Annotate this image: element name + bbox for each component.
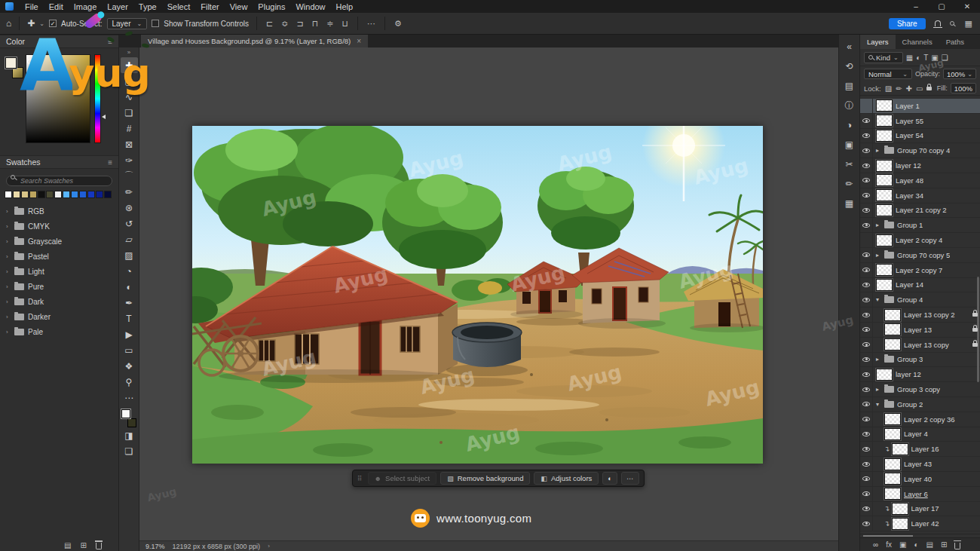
layer-row[interactable]: Layer 6 [860, 487, 980, 502]
healing-brush-tool[interactable]: ⌒ [121, 168, 138, 184]
swatches-panel-header[interactable]: Swatches ≡ [0, 155, 118, 169]
swatch-group-grayscale[interactable]: ›Grayscale [0, 234, 118, 249]
filter-smart-objects-icon[interactable]: ❏ [941, 54, 949, 62]
visibility-toggle[interactable] [860, 248, 873, 262]
auto-select-dropdown[interactable]: Layer ⌄ [107, 18, 148, 29]
color-swatch-12[interactable] [104, 191, 112, 198]
canvas[interactable]: AyugAyugAyugAyugAyugAyugAyugAyugAyugAyug… [192, 126, 763, 464]
menu-image[interactable]: Image [69, 2, 103, 11]
layer-thumbnail[interactable] [876, 174, 893, 186]
filter-adjustment-layers-icon[interactable]: ◐ [915, 54, 921, 62]
panel-menu-icon[interactable]: ≡ [108, 158, 112, 167]
visibility-toggle[interactable] [860, 143, 873, 158]
swatch-group-dark[interactable]: ›Dark [0, 294, 118, 309]
layer-row[interactable]: Layer 14 [860, 278, 980, 293]
layer-row[interactable]: Layer 2 copy 4 [860, 233, 980, 248]
tab-layers[interactable]: Layers [860, 35, 896, 49]
layer-row[interactable]: Layer 2 copy 7 [860, 263, 980, 278]
taskbar-grip-icon[interactable]: ⠿ [357, 475, 363, 482]
clone-stamp-tool[interactable]: ⊛ [121, 200, 138, 216]
lock-transparent-pixels-icon[interactable]: ▨ [884, 84, 893, 93]
taskbar-ellipsis-icon[interactable]: ⋯ [621, 472, 639, 485]
zoom-tool[interactable]: ⚲ [121, 374, 138, 390]
type-tool[interactable]: T [121, 311, 138, 326]
foreground-background-widget[interactable] [121, 409, 136, 427]
home-icon[interactable]: ⌂ [6, 18, 11, 29]
visibility-toggle[interactable] [860, 292, 873, 307]
layer-group-row[interactable]: ▸Group 1 [860, 218, 980, 233]
visibility-toggle[interactable] [860, 278, 873, 292]
object-selection-tool[interactable]: ❏ [121, 105, 138, 121]
select-subject-button[interactable]: ☻Select subject [368, 472, 437, 485]
new-layer-icon[interactable]: ⊞ [940, 540, 948, 549]
kind-filter-dropdown[interactable]: Kind ⌄ [864, 52, 903, 63]
swatch-folder-icon[interactable]: ▤ [63, 541, 72, 549]
brushes-panel-icon[interactable]: ✏ [839, 174, 859, 194]
color-swatch-0[interactable] [5, 191, 12, 198]
lasso-tool[interactable]: ∿ [121, 89, 138, 105]
chevron-icon[interactable]: ▸ [876, 252, 881, 259]
color-swatch-8[interactable] [71, 191, 78, 198]
document-tab[interactable]: Village and Houses Background.psd @ 9.17… [141, 35, 368, 47]
visibility-toggle[interactable] [860, 353, 873, 367]
path-selection-tool[interactable]: ▶ [121, 326, 138, 342]
hand-tool[interactable]: ❖ [121, 358, 138, 374]
opacity-field[interactable]: 100% ⌄ [943, 69, 976, 79]
align-left-icon[interactable]: ⊏ [265, 19, 274, 29]
visibility-toggle[interactable] [860, 487, 873, 501]
filter-type-layers-icon[interactable]: T [923, 54, 929, 62]
layer-thumbnail[interactable] [876, 160, 893, 172]
status-chevron-icon[interactable]: › [268, 543, 270, 549]
layer-row[interactable]: Layer 34 [860, 188, 980, 204]
layer-row[interactable]: Layer 13 copy 2 [860, 308, 980, 323]
libraries-panel-icon[interactable]: ▣ [839, 135, 859, 155]
adjustments-panel-icon[interactable]: ◑ [839, 115, 859, 135]
search-icon[interactable] [950, 21, 954, 26]
chevron-icon[interactable]: ▸ [876, 356, 881, 363]
auto-select-checkbox[interactable]: ✓ [49, 20, 57, 27]
shape-tool[interactable]: ▭ [121, 342, 138, 358]
delete-layer-icon[interactable] [954, 540, 961, 549]
visibility-toggle[interactable] [860, 382, 873, 396]
layer-thumbnail[interactable] [884, 458, 901, 470]
visibility-toggle[interactable] [860, 323, 873, 337]
blur-tool[interactable]: ◔ [121, 263, 138, 279]
layer-thumbnail[interactable] [876, 369, 893, 381]
align-bottom-icon[interactable]: ⊔ [341, 19, 351, 29]
visibility-toggle[interactable] [860, 188, 873, 203]
filter-pixel-layers-icon[interactable]: ▦ [905, 54, 914, 62]
eyedropper-tool[interactable]: ✑ [121, 152, 138, 168]
maximize-button[interactable]: ▢ [929, 2, 954, 11]
layer-row[interactable]: Layer 1 [860, 99, 980, 114]
history-panel-icon[interactable]: ⟲ [839, 57, 859, 76]
frame-tool[interactable]: ⊠ [121, 136, 138, 152]
align-right-icon[interactable]: ⊐ [295, 19, 305, 29]
chevron-icon[interactable]: ▸ [876, 222, 881, 228]
chevron-icon[interactable]: ▾ [876, 401, 881, 408]
properties-panel-icon[interactable]: ▤ [839, 76, 859, 96]
menu-file[interactable]: File [20, 2, 44, 11]
swatch-group-pale[interactable]: ›Pale [0, 324, 118, 339]
settings-gear-icon[interactable]: ⚙ [393, 19, 403, 29]
layer-thumbnail[interactable] [876, 234, 893, 246]
visibility-toggle[interactable] [860, 99, 873, 113]
layer-thumbnail[interactable] [884, 309, 901, 321]
layer-thumbnail[interactable] [876, 99, 893, 112]
visibility-toggle[interactable] [860, 204, 873, 218]
color-swatch-7[interactable] [63, 191, 70, 198]
visibility-toggle[interactable] [860, 233, 873, 247]
hue-slider-marker[interactable] [102, 115, 106, 119]
layer-row[interactable]: ↴Layer 42 [860, 516, 980, 531]
more-options-icon[interactable]: ⋯ [366, 19, 377, 29]
layer-thumbnail[interactable] [884, 413, 901, 425]
menu-type[interactable]: Type [133, 2, 162, 11]
visibility-toggle[interactable] [860, 367, 873, 381]
layer-thumbnail[interactable] [884, 323, 901, 335]
color-swatch-9[interactable] [79, 191, 87, 198]
layer-row[interactable]: layer 12 [860, 367, 980, 382]
toolbar-collapse-icon[interactable]: » [127, 49, 130, 57]
layer-thumbnail[interactable] [884, 488, 901, 500]
new-adjustment-layer-icon[interactable]: ◐ [913, 540, 919, 549]
layer-thumbnail[interactable] [892, 518, 908, 530]
layer-row[interactable]: ↴Layer 16 [860, 442, 980, 457]
